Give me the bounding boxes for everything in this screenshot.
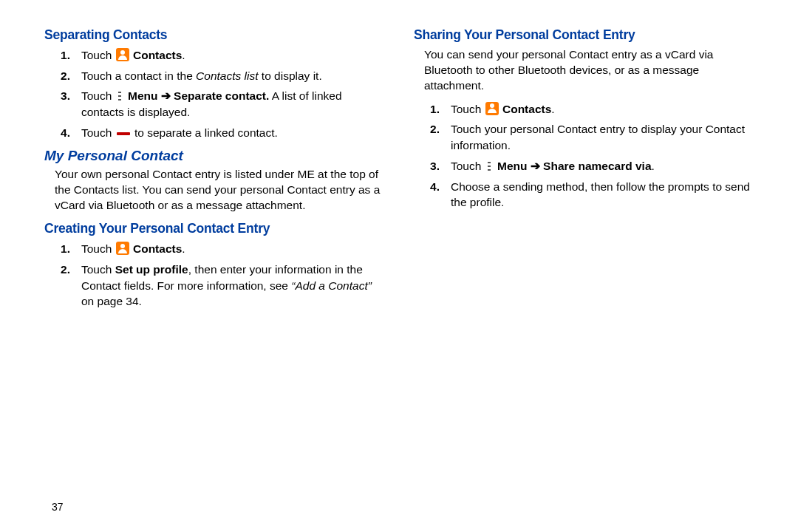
step-text: Touch: [81, 126, 115, 139]
minus-icon: [117, 132, 130, 135]
list-item: Choose a sending method, then follow the…: [414, 179, 754, 211]
list-item: Touch Menu ➔ Separate contact. A list of…: [44, 88, 384, 120]
right-column: Sharing Your Personal Contact Entry You …: [414, 26, 754, 314]
list-item: Touch Menu ➔ Share namecard via.: [414, 158, 754, 174]
step-text: on page 34.: [81, 295, 142, 307]
page-number: 37: [52, 501, 64, 513]
step-text: Touch: [81, 89, 115, 102]
separating-steps: Touch Contacts. Touch a contact in the C…: [44, 47, 384, 140]
contacts-icon: [116, 48, 129, 61]
arrow-icon: ➔: [531, 160, 543, 172]
step-text: Choose a sending method, then follow the…: [451, 180, 750, 209]
step-text: Touch a contact in the: [81, 69, 196, 82]
list-item: Touch to separate a linked contact.: [44, 125, 384, 141]
step-text: .: [652, 160, 655, 172]
sharing-intro: You can send your personal Contact entry…: [424, 47, 754, 94]
step-text: Touch: [451, 160, 485, 172]
step-text: Touch: [81, 242, 115, 255]
step-text: Touch: [81, 49, 115, 61]
step-text: to display it.: [262, 69, 322, 82]
menu-label: Menu: [128, 89, 161, 102]
heading-creating-entry: Creating Your Personal Contact Entry: [44, 221, 384, 236]
menu-icon: [485, 161, 493, 171]
creating-steps: Touch Contacts. Touch Set up profile, th…: [44, 241, 384, 310]
contacts-label: Contacts: [502, 103, 551, 115]
menu-icon: [116, 91, 123, 101]
menu-label: Menu: [497, 160, 531, 172]
heading-separating-contacts: Separating Contacts: [44, 27, 384, 43]
add-a-contact-ref: “Add a Contact”: [291, 279, 372, 292]
step-text: to separate a linked contact.: [132, 126, 278, 139]
heading-sharing-entry: Sharing Your Personal Contact Entry: [414, 27, 754, 43]
contacts-label: Contacts: [133, 49, 182, 61]
step-text: Touch: [81, 263, 115, 276]
list-item: Touch Set up profile, then enter your in…: [44, 262, 384, 310]
manual-page: Separating Contacts Touch Contacts. Touc…: [0, 0, 798, 329]
list-item: Touch your personal Contact entry to dis…: [414, 121, 754, 153]
left-column: Separating Contacts Touch Contacts. Touc…: [44, 26, 384, 314]
contacts-label: Contacts: [133, 242, 182, 255]
list-item: Touch Contacts.: [414, 101, 754, 117]
step-text: .: [182, 49, 185, 61]
my-personal-intro: Your own personal Contact entry is liste…: [55, 167, 384, 214]
contacts-icon: [485, 102, 499, 115]
list-item: Touch a contact in the Contacts list to …: [44, 68, 384, 84]
share-namecard-label: Share namecard via: [543, 160, 651, 172]
step-text: .: [551, 103, 554, 115]
contacts-list-italic: Contacts list: [196, 69, 262, 82]
arrow-icon: ➔: [161, 89, 174, 102]
list-item: Touch Contacts.: [44, 241, 384, 257]
step-text: Touch your personal Contact entry to dis…: [451, 123, 745, 151]
contacts-icon: [116, 242, 129, 255]
heading-my-personal-contact: My Personal Contact: [44, 148, 384, 164]
step-text: .: [182, 242, 185, 255]
setup-profile-label: Set up profile: [115, 263, 188, 276]
list-item: Touch Contacts.: [44, 47, 384, 64]
separate-contact-label: Separate contact.: [174, 89, 269, 102]
sharing-steps: Touch Contacts. Touch your personal Cont…: [414, 101, 754, 211]
step-text: Touch: [451, 103, 485, 115]
